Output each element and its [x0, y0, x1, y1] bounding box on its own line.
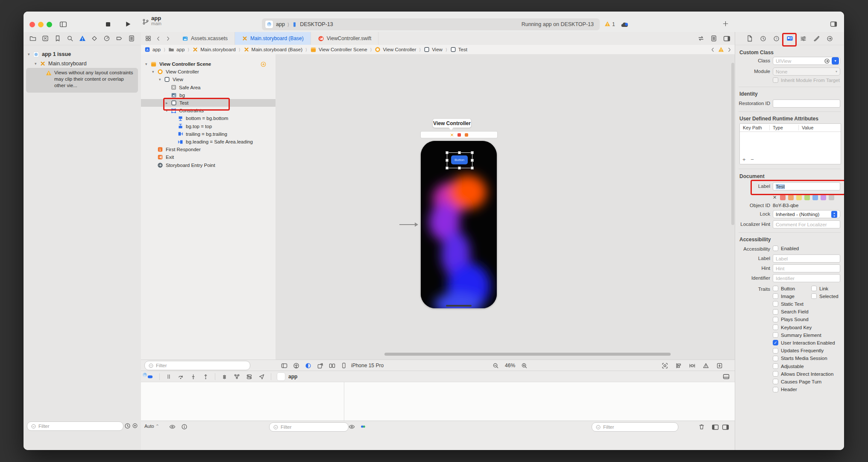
- step-out-icon[interactable]: [202, 374, 209, 380]
- issue-warning-text[interactable]: Views without any layout constraints may…: [54, 70, 134, 89]
- add-attribute-button[interactable]: +: [742, 156, 746, 163]
- accessibility-enabled-checkbox[interactable]: Enabled: [773, 246, 799, 251]
- clear-console-icon[interactable]: [698, 424, 705, 430]
- forward-icon[interactable]: [165, 36, 171, 41]
- breadcrumb-item[interactable]: View: [424, 47, 443, 53]
- scheme-name[interactable]: app: [276, 21, 285, 27]
- add-editor-button[interactable]: [722, 20, 729, 27]
- warning-badge-icon[interactable]: [604, 21, 610, 27]
- find-icon[interactable]: [67, 35, 73, 42]
- breadcrumb-item[interactable]: app: [168, 47, 185, 53]
- vertical-scrollbar[interactable]: [731, 63, 734, 225]
- trait-checkbox-static-text[interactable]: Static Text: [773, 301, 803, 307]
- connections-inspector-icon[interactable]: [827, 35, 833, 42]
- align-icon[interactable]: [675, 363, 682, 369]
- project-navigator-icon[interactable]: [29, 35, 36, 42]
- appearance-icon[interactable]: [305, 363, 311, 369]
- embed-icon[interactable]: [716, 363, 723, 369]
- reports-icon[interactable]: [128, 35, 135, 42]
- resolve-layout-icon[interactable]: [703, 363, 709, 369]
- scene-vc-dot-icon[interactable]: [450, 133, 454, 137]
- close-window-button[interactable]: [29, 22, 35, 27]
- tab-assets-xcassets[interactable]: Assets.xcassets: [175, 32, 235, 45]
- toggle-inspectors-icon[interactable]: [830, 20, 837, 28]
- console-scope-icon[interactable]: [360, 424, 366, 430]
- jumpbar-warning-icon[interactable]: [718, 47, 724, 53]
- zoom-level[interactable]: 46%: [505, 363, 515, 368]
- trait-checkbox-allows-direct-interaction[interactable]: Allows Direct Interaction: [773, 371, 833, 377]
- tab-main-storyboard-base-[interactable]: Main.storyboard (Base): [235, 32, 311, 45]
- size-inspector-icon[interactable]: [813, 35, 820, 42]
- scene-exit-icon[interactable]: [465, 133, 468, 137]
- step-into-icon[interactable]: [190, 374, 196, 380]
- lock-popup[interactable]: Inherited - (Nothing) ▴▾: [773, 210, 840, 218]
- scene-header-bar[interactable]: [421, 132, 497, 138]
- storyboard-entry-arrow-icon[interactable]: [399, 222, 418, 227]
- environment-overrides-icon[interactable]: [246, 374, 252, 380]
- breadcrumb-item[interactable]: Aapp: [144, 47, 161, 53]
- a11y-hint-field[interactable]: Hint: [773, 264, 840, 272]
- breadcrumb-item[interactable]: Test: [450, 47, 467, 53]
- navigator-project-row[interactable]: ▾ app 1 issue: [28, 50, 71, 58]
- color-swatch[interactable]: [812, 195, 818, 200]
- identity-inspector-icon[interactable]: [786, 35, 793, 42]
- zoom-out-icon[interactable]: [493, 363, 499, 369]
- outline-row-bg[interactable]: bg: [141, 91, 276, 99]
- outline-row-view-controller[interactable]: ▾View Controller: [141, 68, 276, 76]
- outline-row-bg-leading-safe-area-leading[interactable]: bg.leading = Safe Area.leading: [141, 138, 276, 146]
- variables-view-mode[interactable]: Auto ⌃: [144, 424, 159, 429]
- split-editor-icon[interactable]: [329, 363, 335, 369]
- disclosure-down-icon[interactable]: ▾: [159, 77, 164, 82]
- trait-checkbox-starts-media-session[interactable]: Starts Media Session: [773, 356, 827, 361]
- disclosure-right-icon[interactable]: ▸: [166, 101, 171, 105]
- zoom-window-button[interactable]: [47, 22, 52, 27]
- color-swatch[interactable]: [829, 195, 834, 200]
- warning-count[interactable]: 1: [612, 21, 615, 27]
- clear-color-button[interactable]: ✕: [773, 195, 777, 200]
- module-dropdown-icon[interactable]: ▾: [836, 70, 837, 73]
- color-swatch[interactable]: [788, 195, 794, 200]
- trait-checkbox-search-field[interactable]: Search Field: [773, 309, 809, 315]
- print-description-icon[interactable]: [181, 424, 188, 430]
- destination-name[interactable]: DESKTOP-13: [300, 21, 333, 27]
- storyboard-canvas[interactable]: View Controller: [276, 54, 736, 360]
- class-field[interactable]: UIView ▾: [773, 57, 840, 65]
- pause-icon[interactable]: [166, 374, 172, 380]
- lock-stepper-icon[interactable]: ▴▾: [831, 211, 837, 218]
- console-eye-icon[interactable]: [349, 424, 355, 430]
- stop-button[interactable]: [105, 21, 111, 28]
- device-icon[interactable]: [341, 363, 347, 368]
- disclosure-down-icon[interactable]: ▾: [166, 108, 171, 113]
- toggle-variables-icon[interactable]: [712, 424, 719, 431]
- a11y-identifier-field[interactable]: Identifier: [773, 274, 840, 282]
- toggle-console-icon[interactable]: [722, 424, 729, 431]
- issues-icon[interactable]: [79, 35, 86, 42]
- color-swatch[interactable]: [821, 195, 826, 200]
- trait-checkbox-selected[interactable]: Selected: [811, 293, 839, 299]
- breadcrumb-item[interactable]: Main.storyboard: [192, 47, 235, 53]
- navigator-file-row[interactable]: ▾ Main.storyboard: [35, 59, 87, 68]
- debug-console-area[interactable]: [141, 382, 736, 421]
- activity-viewer[interactable]: app ⟩ DESKTOP-13 Running app on DESKTOP-…: [262, 18, 600, 30]
- outline-filter-field[interactable]: Filter: [144, 361, 250, 370]
- related-items-icon[interactable]: [145, 35, 151, 41]
- step-over-icon[interactable]: [178, 374, 184, 380]
- trait-checkbox-link[interactable]: Link: [811, 286, 828, 291]
- document-label-field[interactable]: Test: [773, 182, 840, 190]
- breakpoints-toggle-icon[interactable]: [147, 374, 153, 380]
- tests-icon[interactable]: [91, 35, 98, 42]
- help-inspector-icon[interactable]: ?: [773, 35, 780, 42]
- inherit-module-checkbox[interactable]: Inherit Module From Target: [773, 77, 840, 83]
- console-filter-field[interactable]: Filter: [592, 422, 678, 432]
- trait-checkbox-plays-sound[interactable]: Plays Sound: [773, 317, 809, 322]
- simulate-location-icon[interactable]: [258, 374, 265, 380]
- trait-checkbox-user-interaction-enabled[interactable]: ✓User Interaction Enabled: [773, 340, 835, 345]
- recent-issues-icon[interactable]: [124, 423, 131, 429]
- breadcrumb-item[interactable]: View Controller: [375, 47, 416, 53]
- source-control-icon[interactable]: [42, 35, 49, 42]
- view-hierarchy-icon[interactable]: [221, 374, 228, 380]
- breadcrumb-item[interactable]: Main.storyboard (Base): [243, 47, 303, 53]
- scene-arrow-badge-icon[interactable]: [261, 61, 266, 67]
- outline-row-constraints[interactable]: ▾Constraints: [141, 107, 276, 114]
- trait-checkbox-summary-element[interactable]: Summary Element: [773, 332, 821, 338]
